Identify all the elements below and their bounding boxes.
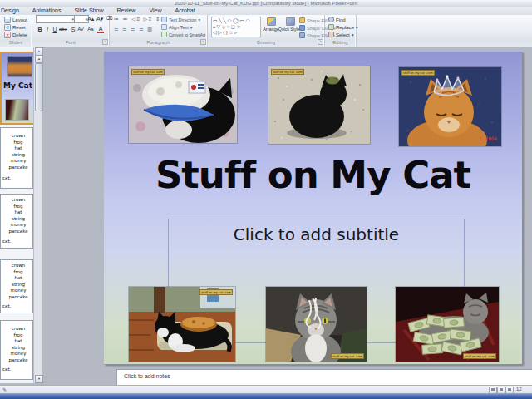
select-icon (328, 32, 334, 37)
photo-cat-with-money[interactable]: stuff on my cat .com (396, 287, 499, 362)
alignment-buttons[interactable]: ☰ ☰ ☰ ☰ ▥ (114, 27, 153, 32)
font-dialog-launcher[interactable]: ↘ (102, 39, 108, 45)
group-paragraph: ≔ ≕ ◁≡ ▷≡ ⇕ ☰ ☰ ☰ ☰ ▥ Text Direction ▾ A… (110, 15, 208, 46)
cat-with-pancake-image (129, 287, 235, 362)
bold-button[interactable]: B (37, 26, 43, 33)
watermark: stuff on my cat .com (401, 70, 435, 76)
chevron-down-icon: ▾ (352, 32, 354, 37)
thumbnail-slide-4[interactable]: crownfrog hatstring moneypancake cat. (0, 259, 33, 313)
thumbnail-slide-5[interactable]: crownfrog hatstring moneypancake cat. (0, 320, 33, 380)
mini-slide-title: Stuff on My Cat (0, 81, 32, 90)
photo-cat-with-crown[interactable]: stuff on my cat .com 1 2004 (399, 67, 501, 146)
shape-fill-button[interactable]: Shape Fill (299, 17, 327, 23)
group-font: ▾ ▾ A▴ A▾ ⌫ B I U abe S AV Aa A Font ↘ (32, 15, 110, 46)
tab-view[interactable]: View (142, 7, 168, 15)
photo-cat-with-frog[interactable]: stuff on my cat .com (268, 66, 370, 144)
tab-acrobat[interactable]: Acrobat (168, 7, 201, 15)
group-drawing: ▭╲╲⬭◯▭◠ ▵▽◇○◻☆ ◁▷()☆▹ Arrange Quick Styl… (208, 15, 325, 46)
shape-outline-icon (299, 25, 305, 31)
chevron-down-icon: ▾ (190, 25, 193, 30)
workspace: Stuff on My Cat crownfrog hatstring mone… (0, 47, 532, 385)
window-titlebar[interactable]: 2009-10-11_Stuff-on-My-Cat_KDG.ppt [Comp… (0, 0, 532, 7)
replace-button[interactable]: Replace ▾ (328, 24, 358, 30)
font-color-button[interactable]: A (97, 26, 104, 33)
taskbar-edge (0, 393, 532, 399)
delete-icon: ✕ (4, 32, 11, 38)
cat-with-string-image (266, 287, 367, 362)
grow-font-button[interactable]: A▴ (87, 15, 94, 22)
bullets-numbering-buttons[interactable]: ≔ ≕ ◁≡ ▷≡ ⇕ (114, 17, 160, 22)
strikethrough-button[interactable]: abe (59, 26, 67, 33)
font-group-label: Font (32, 40, 109, 45)
photo-cat-with-pancake[interactable]: stuff on my cat .com (129, 287, 235, 362)
paragraph-group-label: Paragraph (110, 40, 207, 45)
tab-review[interactable]: Review (110, 7, 142, 15)
arrange-button[interactable]: Arrange (263, 17, 279, 32)
watermark: stuff on my cat .com (200, 289, 233, 295)
paragraph-dialog-launcher[interactable]: ↘ (200, 39, 206, 45)
thumbnail-slide-3[interactable]: crownfrog hatstring moneypancake cat. (0, 194, 33, 249)
mini-photo-crown-cat (8, 57, 32, 76)
watermark: stuff on my cat .com (331, 353, 364, 359)
find-button[interactable]: Find (328, 17, 346, 22)
character-spacing-button[interactable]: AV (77, 26, 84, 33)
slides-group-label: Slides (0, 40, 32, 45)
layout-button[interactable]: Layout (4, 17, 27, 23)
select-button[interactable]: Select ▾ (328, 32, 353, 37)
tab-design[interactable]: Design (0, 7, 26, 15)
slide-title[interactable]: Stuff on My Cat (104, 153, 522, 197)
font-name-combobox[interactable]: ▾ (36, 15, 76, 23)
thumbnail-panel-scrollbar[interactable]: ✕ ▲ ▼ (33, 47, 42, 383)
scroll-up-icon[interactable]: ▲ (35, 55, 43, 63)
photo-cat-with-cap[interactable]: stuff on my cat .com (129, 66, 237, 143)
subtitle-placeholder-text: Click to add subtitle (169, 224, 464, 244)
group-slides: Layout ↺ Reset ✕ Delete Slides (0, 15, 32, 46)
cat-with-crown-image (399, 67, 501, 146)
cat-with-money-image (396, 287, 499, 362)
ribbon: Layout ↺ Reset ✕ Delete Slides ▾ ▾ A▴ (0, 15, 532, 47)
editing-group-label: Editing (325, 40, 356, 45)
thumbnail-slide-2[interactable]: crownfrog hatstring moneypancake cat. (0, 127, 33, 189)
tab-animations[interactable]: Animations (26, 7, 68, 15)
cat-with-frog-image (268, 66, 370, 144)
thumbnail-slide-1[interactable]: Stuff on My Cat (0, 52, 33, 125)
ribbon-tab-row: Design Animations Slide Show Review View… (0, 7, 532, 15)
window-title: 2009-10-11_Stuff-on-My-Cat_KDG.ppt [Comp… (175, 1, 357, 6)
zoom-level[interactable]: 12 (516, 387, 522, 392)
text-shadow-button[interactable]: S (70, 26, 76, 33)
group-editing: Find Replace ▾ Select ▾ Editing (325, 15, 357, 46)
underline-button[interactable]: U (52, 26, 58, 33)
align-text-button[interactable]: Align Text ▾ (161, 24, 193, 30)
reset-button[interactable]: ↺ Reset (4, 24, 26, 31)
scroll-down-icon[interactable]: ▼ (35, 375, 43, 383)
photo-date-stamp: 1 2004 (479, 135, 497, 141)
drawing-dialog-launcher[interactable]: ↘ (318, 39, 323, 45)
quick-styles-button[interactable]: Quick Styles (282, 17, 298, 32)
scrollbar-thumb[interactable] (35, 63, 43, 111)
shape-effects-icon (299, 32, 305, 38)
quick-styles-icon (286, 17, 295, 26)
slide-canvas[interactable]: stuff on my cat .com stuff on my cat .co… (104, 52, 522, 364)
spell-check-icon: ✎ (2, 387, 7, 393)
watermark: stuff on my cat .com (463, 353, 496, 359)
layout-icon (4, 17, 11, 23)
notes-placeholder-text: Click to add notes (124, 373, 170, 379)
drawing-group-label: Drawing (208, 40, 324, 45)
chevron-down-icon: ▾ (198, 17, 200, 22)
change-case-button[interactable]: Aa (87, 26, 94, 33)
shapes-gallery[interactable]: ▭╲╲⬭◯▭◠ ▵▽◇○◻☆ ◁▷()☆▹ (211, 17, 261, 37)
notes-pane[interactable]: Click to add notes (116, 369, 532, 386)
reset-icon: ↺ (4, 24, 11, 31)
shape-fill-icon (299, 17, 305, 23)
replace-icon (328, 24, 334, 30)
find-icon (328, 17, 334, 22)
powerpoint-window: 2009-10-11_Stuff-on-My-Cat_KDG.ppt [Comp… (0, 0, 532, 399)
photo-cat-with-string[interactable]: stuff on my cat .com (266, 287, 367, 362)
convert-smartart-button[interactable]: Convert to SmartArt (161, 32, 205, 37)
delete-button[interactable]: ✕ Delete (4, 32, 27, 38)
shrink-font-button[interactable]: A▾ (96, 15, 103, 22)
watermark: stuff on my cat .com (131, 69, 165, 75)
tab-slide-show[interactable]: Slide Show (67, 7, 110, 15)
text-direction-button[interactable]: Text Direction ▾ (161, 17, 200, 22)
italic-button[interactable]: I (44, 26, 51, 33)
